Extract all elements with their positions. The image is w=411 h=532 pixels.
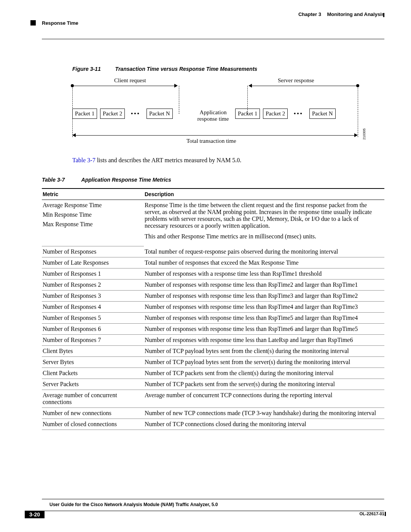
metric-cell: Average number of concurrent connections xyxy=(42,390,144,408)
packet-box: Packet 2 xyxy=(100,109,125,119)
desc-text: This and other Response Time metrics are… xyxy=(145,233,383,240)
table-row: Number of Late ResponsesTotal number of … xyxy=(42,257,384,268)
footer-guide-title: User Guide for the Cisco Network Analysi… xyxy=(49,502,384,507)
description-cell: Number of TCP payload bytes sent from th… xyxy=(144,357,384,368)
table-row: Server BytesNumber of TCP payload bytes … xyxy=(42,357,384,368)
body-paragraph: Table 3-7 lists and describes the ART me… xyxy=(72,157,384,164)
metric-cell: Number of Responses 3 xyxy=(42,291,144,302)
metric-cell: Server Packets xyxy=(42,379,144,390)
table-title: Application Response Time Metrics xyxy=(81,177,171,183)
table-row: Client PacketsNumber of TCP packets sent… xyxy=(42,368,384,379)
description-cell: Number of responses with response time l… xyxy=(144,302,384,313)
table-row: Number of Responses 3Number of responses… xyxy=(42,291,384,302)
metric-cell: Number of Responses 1 xyxy=(42,268,144,280)
packet-box: Packet 2 xyxy=(263,109,288,119)
metric-cell: Number of Responses xyxy=(42,246,144,257)
chapter-title: Monitoring and Analysis xyxy=(327,11,384,17)
metric-cell: Client Bytes xyxy=(42,346,144,357)
metric-cell: Min Response Time xyxy=(42,209,144,219)
description-cell: Number of TCP connections closed during … xyxy=(144,419,384,430)
metric-cell: Server Bytes xyxy=(42,357,144,368)
description-cell: Number of TCP packets sent from the clie… xyxy=(144,368,384,379)
header-left: Response Time xyxy=(30,19,78,26)
footer-rule xyxy=(42,499,384,500)
document-page: Chapter 3 Monitoring and Analysis Respon… xyxy=(0,0,411,532)
metric-cell: Number of Responses 2 xyxy=(42,280,144,291)
description-cell: Number of TCP packets sent from the serv… xyxy=(144,379,384,390)
description-cell: Number of responses with response time l… xyxy=(144,291,384,302)
app-response-label: Applicationresponse time xyxy=(186,109,240,122)
table-row: Number of Responses 7Number of responses… xyxy=(42,335,384,346)
table-row: Number of Responses 6Number of responses… xyxy=(42,324,384,335)
table-row: Number of Responses 2Number of responses… xyxy=(42,280,384,291)
chapter-number: Chapter 3 xyxy=(298,11,321,17)
description-cell: Average number of concurrent TCP connect… xyxy=(144,390,384,408)
cross-reference-link[interactable]: Table 3-7 xyxy=(72,157,96,163)
table-row: Number of Responses 4Number of responses… xyxy=(42,302,384,313)
table-row: Average number of concurrent connections… xyxy=(42,390,384,408)
page-footer: User Guide for the Cisco Network Analysi… xyxy=(42,496,384,518)
document-code: OL-22617-01 xyxy=(360,511,384,516)
description-cell: Number of responses with response time l… xyxy=(144,280,384,291)
figure-id: 210305 xyxy=(362,128,366,140)
dashed-line xyxy=(358,86,358,137)
page-header: Chapter 3 Monitoring and Analysis Respon… xyxy=(42,11,384,24)
header-bar-icon xyxy=(383,13,384,17)
table-row: Number of closed connectionsNumber of TC… xyxy=(42,419,384,430)
client-request-label: Client request xyxy=(114,77,146,84)
table-row: Number of new connectionsNumber of new T… xyxy=(42,408,384,419)
description-cell: Number of TCP payload bytes sent from th… xyxy=(144,346,384,357)
metric-cell: Average Response Time xyxy=(42,200,144,210)
table-row: Number of ResponsesTotal number of reque… xyxy=(42,246,384,257)
description-cell: Total number of request-response pairs o… xyxy=(144,246,384,257)
metrics-table: Metric Description Average Response Time… xyxy=(42,188,384,430)
section-title: Response Time xyxy=(42,20,78,26)
header-rule xyxy=(42,39,384,39)
packet-box: Packet N xyxy=(309,109,336,119)
figure-caption: Figure 3-11 Transaction Time versus Resp… xyxy=(72,66,384,72)
arrow-right-icon xyxy=(354,133,358,137)
metric-cell: Max Response Time xyxy=(42,219,144,246)
footer-thin-rule xyxy=(42,511,384,511)
description-cell: Response Time is the time between the cl… xyxy=(144,200,384,246)
figure-title: Transaction Time versus Response Time Me… xyxy=(115,66,258,72)
ellipsis-icon: ••• xyxy=(131,110,140,117)
col-metric: Metric xyxy=(42,189,144,200)
page-number: 3-20 xyxy=(25,511,45,518)
col-description: Description xyxy=(144,189,384,200)
table-row: Average Response Time Response Time is t… xyxy=(42,200,384,210)
desc-text: Response Time is the time between the cl… xyxy=(145,202,383,229)
server-response-label: Server response xyxy=(278,77,314,84)
packet-box: Packet 1 xyxy=(235,109,260,119)
metric-cell: Number of Responses 7 xyxy=(42,335,144,346)
figure-number: Figure 3-11 xyxy=(72,66,101,72)
table-row: Number of Responses 5Number of responses… xyxy=(42,313,384,324)
metric-cell: Number of Responses 5 xyxy=(42,313,144,324)
table-row: Number of Responses 1Number of responses… xyxy=(42,268,384,280)
arrow-right-icon xyxy=(174,84,178,88)
table-caption: Table 3-7 Application Response Time Metr… xyxy=(42,177,384,183)
table-header-row: Metric Description xyxy=(42,189,384,200)
metric-cell: Client Packets xyxy=(42,368,144,379)
body-text: lists and describes the ART metrics meas… xyxy=(96,157,242,163)
ellipsis-icon: ••• xyxy=(294,110,303,117)
description-cell: Number of responses with response time l… xyxy=(144,313,384,324)
dashed-line xyxy=(179,86,179,114)
table-row: Client BytesNumber of TCP payload bytes … xyxy=(42,346,384,357)
line xyxy=(252,86,357,86)
square-icon xyxy=(30,20,36,26)
packet-box: Packet N xyxy=(147,109,173,119)
header-right: Chapter 3 Monitoring and Analysis xyxy=(298,11,384,17)
metric-cell: Number of Responses 6 xyxy=(42,324,144,335)
description-cell: Number of new TCP connections made (TCP … xyxy=(144,408,384,419)
description-cell: Number of responses with a response time… xyxy=(144,268,384,280)
description-cell: Total number of responses that exceed th… xyxy=(144,257,384,268)
table-number: Table 3-7 xyxy=(42,177,65,183)
packet-box: Packet 1 xyxy=(72,109,97,119)
arrow-left-icon xyxy=(72,133,76,137)
description-cell: Number of responses with response time l… xyxy=(144,324,384,335)
metric-cell: Number of Late Responses xyxy=(42,257,144,268)
figure-diagram: Client request Server response Packet 1 … xyxy=(72,79,362,145)
description-cell: Number of responses with response time l… xyxy=(144,335,384,346)
total-time-label: Total transaction time xyxy=(186,138,236,144)
